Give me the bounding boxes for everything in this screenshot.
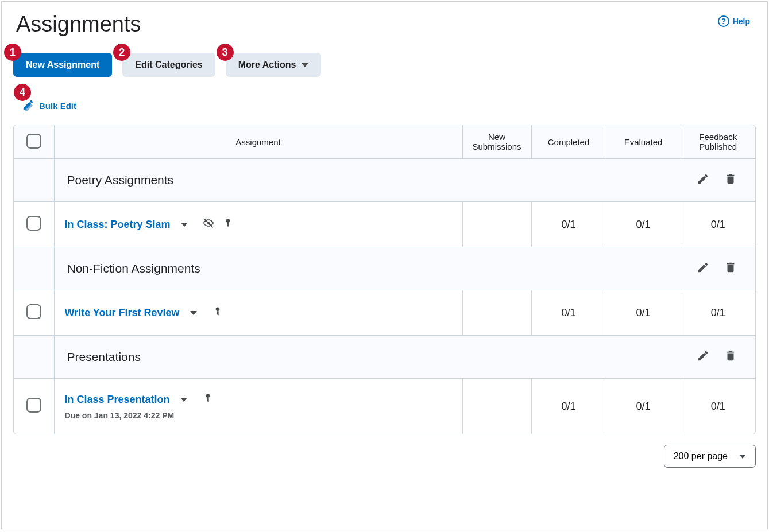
assignment-row-content: In Class Presentation bbox=[65, 393, 452, 406]
help-icon: ? bbox=[718, 15, 729, 27]
callout-badge-4: 4 bbox=[14, 84, 31, 101]
status-icons bbox=[212, 306, 223, 320]
hidden-icon bbox=[203, 218, 214, 231]
assignment-row-content: Write Your First Review bbox=[65, 306, 452, 320]
assignment-checkbox[interactable] bbox=[26, 216, 41, 231]
chevron-down-icon bbox=[302, 63, 308, 67]
assignment-main: In Class PresentationDue on Jan 13, 2022… bbox=[65, 393, 452, 420]
evaluated-cell: 0/1 bbox=[606, 290, 681, 336]
assignment-main: In Class: Poetry Slam bbox=[65, 218, 452, 231]
per-page-label: 200 per page bbox=[674, 451, 728, 461]
assignment-row: Write Your First Review0/10/10/1 bbox=[14, 290, 755, 336]
header-new-submissions[interactable]: New Submissions bbox=[462, 125, 531, 159]
pagination: 200 per page bbox=[13, 445, 756, 468]
bulk-edit-container: 4 Bulk Edit bbox=[22, 99, 76, 113]
feedback-cell: 0/1 bbox=[681, 202, 755, 247]
delete-category-icon[interactable] bbox=[724, 261, 737, 276]
assignment-cell: In Class: Poetry Slam bbox=[54, 202, 462, 247]
evaluated-cell: 0/1 bbox=[606, 202, 681, 247]
callout-badge-1: 1 bbox=[4, 44, 21, 61]
header-checkbox-col bbox=[14, 125, 54, 159]
more-actions-button[interactable]: 3 More Actions bbox=[226, 53, 322, 77]
status-icons bbox=[203, 218, 234, 231]
assignment-row-content: In Class: Poetry Slam bbox=[65, 218, 452, 231]
assignment-row: In Class: Poetry Slam0/10/10/1 bbox=[14, 202, 755, 247]
page-title: Assignments bbox=[16, 12, 141, 37]
assignments-table: Assignment New Submissions Completed Eva… bbox=[14, 125, 755, 434]
category-name: Poetry Assignments bbox=[67, 173, 174, 187]
category-row: Presentations bbox=[14, 336, 755, 379]
table-header-row: Assignment New Submissions Completed Eva… bbox=[14, 125, 755, 159]
category-content: Presentations bbox=[67, 350, 743, 364]
category-row: Poetry Assignments bbox=[14, 159, 755, 202]
callout-badge-2: 2 bbox=[113, 44, 130, 61]
new-submissions-cell bbox=[462, 202, 531, 247]
completed-cell: 0/1 bbox=[531, 379, 606, 434]
edit-categories-button[interactable]: 2 Edit Categories bbox=[122, 53, 215, 77]
category-cell: Presentations bbox=[54, 336, 755, 379]
completed-cell: 0/1 bbox=[531, 202, 606, 247]
edit-category-icon[interactable] bbox=[697, 261, 709, 276]
help-label: Help bbox=[733, 17, 750, 26]
category-name: Non-Fiction Assignments bbox=[67, 262, 200, 275]
category-row: Non-Fiction Assignments bbox=[14, 247, 755, 290]
assignment-main: Write Your First Review bbox=[65, 306, 452, 320]
header-feedback[interactable]: Feedback Published bbox=[681, 125, 755, 159]
toolbar: 1 New Assignment 2 Edit Categories 3 Mor… bbox=[13, 53, 756, 77]
bulk-edit-link[interactable]: Bulk Edit bbox=[22, 99, 76, 113]
category-checkbox-cell bbox=[14, 247, 54, 290]
category-content: Non-Fiction Assignments bbox=[67, 261, 743, 276]
assignments-table-container: Assignment New Submissions Completed Eva… bbox=[13, 125, 756, 434]
completed-cell: 0/1 bbox=[531, 290, 606, 336]
edit-category-icon[interactable] bbox=[697, 350, 709, 364]
status-icons bbox=[202, 393, 214, 406]
new-assignment-button[interactable]: 1 New Assignment bbox=[13, 53, 112, 77]
page-container: Assignments ? Help 1 New Assignment 2 Ed… bbox=[1, 1, 768, 529]
evaluated-cell: 0/1 bbox=[606, 379, 681, 434]
due-date: Due on Jan 13, 2022 4:22 PM bbox=[65, 411, 452, 420]
more-actions-label: More Actions bbox=[238, 60, 296, 70]
category-content: Poetry Assignments bbox=[67, 173, 743, 188]
edit-category-icon[interactable] bbox=[697, 173, 709, 188]
bulk-edit-label: Bulk Edit bbox=[39, 101, 76, 111]
assignment-dropdown-icon[interactable] bbox=[181, 223, 188, 227]
category-name: Presentations bbox=[67, 350, 141, 364]
category-actions bbox=[697, 261, 737, 276]
header-assignment[interactable]: Assignment bbox=[54, 125, 462, 159]
assignment-cell: Write Your First Review bbox=[54, 290, 462, 336]
assignment-dropdown-icon[interactable] bbox=[190, 311, 197, 315]
callout-badge-3: 3 bbox=[217, 44, 234, 61]
header-evaluated[interactable]: Evaluated bbox=[606, 125, 681, 159]
assignment-checkbox[interactable] bbox=[26, 304, 41, 319]
special-access-icon bbox=[202, 393, 214, 406]
select-all-checkbox[interactable] bbox=[26, 134, 41, 149]
category-checkbox-cell bbox=[14, 336, 54, 379]
assignment-cell: In Class PresentationDue on Jan 13, 2022… bbox=[54, 379, 462, 434]
per-page-select[interactable]: 200 per page bbox=[664, 445, 756, 468]
assignment-dropdown-icon[interactable] bbox=[180, 398, 187, 402]
assignment-row: In Class PresentationDue on Jan 13, 2022… bbox=[14, 379, 755, 434]
category-cell: Poetry Assignments bbox=[54, 159, 755, 202]
assignment-link[interactable]: Write Your First Review bbox=[65, 307, 180, 319]
delete-category-icon[interactable] bbox=[724, 350, 737, 364]
new-submissions-cell bbox=[462, 379, 531, 434]
assignment-checkbox-cell bbox=[14, 379, 54, 434]
category-cell: Non-Fiction Assignments bbox=[54, 247, 755, 290]
category-actions bbox=[697, 173, 737, 188]
help-link[interactable]: ? Help bbox=[718, 15, 750, 27]
assignment-link[interactable]: In Class Presentation bbox=[65, 394, 170, 406]
edit-categories-label: Edit Categories bbox=[135, 60, 202, 70]
svg-point-3 bbox=[206, 394, 210, 398]
svg-point-1 bbox=[226, 219, 230, 223]
feedback-cell: 0/1 bbox=[681, 290, 755, 336]
assignment-link[interactable]: In Class: Poetry Slam bbox=[65, 219, 171, 231]
new-assignment-label: New Assignment bbox=[26, 60, 99, 70]
assignment-checkbox[interactable] bbox=[26, 398, 41, 413]
feedback-cell: 0/1 bbox=[681, 379, 755, 434]
special-access-icon bbox=[222, 218, 234, 231]
assignment-checkbox-cell bbox=[14, 202, 54, 247]
chevron-down-icon bbox=[739, 455, 746, 459]
category-actions bbox=[697, 350, 737, 364]
delete-category-icon[interactable] bbox=[724, 173, 737, 188]
header-completed[interactable]: Completed bbox=[531, 125, 606, 159]
